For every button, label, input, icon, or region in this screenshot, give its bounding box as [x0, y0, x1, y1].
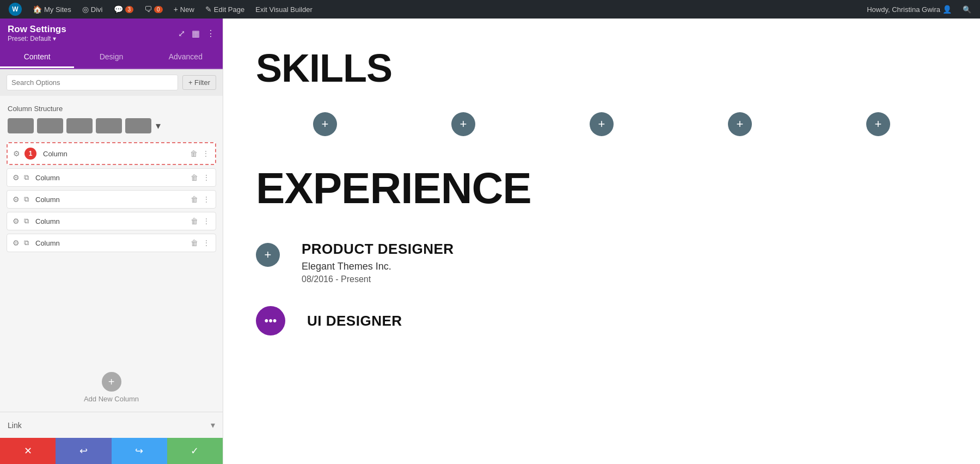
col-option-5[interactable] [125, 118, 151, 133]
link-section[interactable]: Link ▾ [0, 412, 223, 438]
col-more-icon-5[interactable]: ⋮ [203, 239, 210, 247]
col-gear-icon-5[interactable]: ⚙ [13, 239, 20, 247]
search-admin-icon: 🔍 [963, 5, 971, 14]
comment-icon: 🗨 [144, 5, 152, 14]
col-gear-icon-4[interactable]: ⚙ [13, 217, 20, 225]
wp-logo: W [9, 3, 22, 16]
bottom-buttons: ✕ ↩ ↪ ✓ [0, 438, 223, 464]
panel-title-area: Row Settings Preset: Default ▾ [8, 24, 66, 42]
edit-page-item[interactable]: ✎ Edit Page [201, 0, 249, 19]
add-module-btn-4[interactable]: + [728, 112, 752, 136]
purple-bubble[interactable]: ••• [256, 306, 285, 335]
panel-header: Row Settings Preset: Default ▾ ⤢ ▦ ⋮ [0, 19, 223, 47]
col-gear-icon-3[interactable]: ⚙ [13, 195, 20, 204]
comments-item[interactable]: 💬 3 [109, 0, 138, 19]
exp-job-title-2: UI DESIGNER [307, 313, 402, 329]
col-delete-icon-5[interactable]: 🗑 [191, 239, 198, 247]
add-module-btn-experience-1[interactable]: + [256, 243, 280, 267]
link-label: Link [8, 421, 22, 430]
tab-advanced[interactable]: Advanced [149, 47, 223, 68]
cancel-icon: ✕ [24, 445, 32, 457]
column-structure-label: Column Structure [8, 105, 215, 113]
col-more-icon-1[interactable]: ⋮ [202, 149, 210, 158]
col-copy-icon-5[interactable]: ⧉ [24, 239, 29, 247]
col-more-icon-3[interactable]: ⋮ [203, 195, 210, 204]
redo-button[interactable]: ↪ [112, 438, 167, 464]
panel-preset[interactable]: Preset: Default ▾ [8, 35, 66, 42]
add-module-btn-1[interactable]: + [313, 112, 337, 136]
col-option-4[interactable] [96, 118, 122, 133]
my-sites-label: My Sites [44, 5, 71, 14]
expand-icon[interactable]: ⤢ [178, 28, 185, 39]
col-delete-icon-3[interactable]: 🗑 [191, 195, 198, 204]
col-delete-icon-2[interactable]: 🗑 [191, 173, 198, 182]
col-gear-icon-2[interactable]: ⚙ [13, 173, 20, 182]
exp-date-1: 08/2016 - Present [302, 274, 947, 284]
col-option-2[interactable] [37, 118, 63, 133]
column-row-5: ⚙ ⧉ Column 🗑 ⋮ [7, 234, 216, 252]
left-panel: Row Settings Preset: Default ▾ ⤢ ▦ ⋮ Con… [0, 19, 223, 464]
comments-zero-item[interactable]: 🗨 0 [140, 0, 167, 19]
exit-builder-label: Exit Visual Builder [255, 5, 313, 14]
new-label: New [180, 5, 194, 14]
house-icon: 🏠 [33, 5, 42, 14]
col-more-icon-2[interactable]: ⋮ [203, 173, 210, 182]
columns-icon[interactable]: ▦ [192, 28, 200, 39]
filter-button[interactable]: + Filter [182, 75, 216, 90]
col-more-icon[interactable]: ▾ [156, 120, 161, 132]
col-actions-4: 🗑 ⋮ [191, 217, 210, 225]
user-avatar-icon: 👤 [942, 5, 952, 14]
col-option-1[interactable] [8, 118, 34, 133]
redo-icon: ↪ [135, 445, 143, 457]
col-more-icon-4[interactable]: ⋮ [203, 217, 210, 225]
more-options-icon[interactable]: ⋮ [206, 28, 215, 39]
col-option-3[interactable] [66, 118, 93, 133]
save-button[interactable]: ✓ [167, 438, 223, 464]
search-bar: + Filter [0, 69, 223, 96]
cancel-button[interactable]: ✕ [0, 438, 56, 464]
col-label-5: Column [35, 239, 186, 247]
column-list: ⚙ 1 Column 🗑 ⋮ ⚙ ⧉ Column 🗑 ⋮ [0, 142, 223, 363]
col-label-1: Column [43, 150, 186, 158]
user-greeting-item[interactable]: Howdy, Christina Gwira 👤 [862, 5, 956, 14]
col-copy-icon-3[interactable]: ⧉ [24, 195, 29, 204]
add-module-btn-2[interactable]: + [451, 112, 475, 136]
search-admin-item[interactable]: 🔍 [958, 5, 976, 14]
comments-count: 3 [125, 6, 134, 13]
search-input[interactable] [11, 75, 173, 90]
add-module-btn-5[interactable]: + [866, 112, 890, 136]
experience-section-1: + PRODUCT DESIGNER Elegant Themes Inc. 0… [256, 241, 947, 284]
exp-info-1: PRODUCT DESIGNER Elegant Themes Inc. 08/… [302, 241, 947, 284]
undo-button[interactable]: ↩ [56, 438, 111, 464]
col-actions-3: 🗑 ⋮ [191, 195, 210, 204]
add-module-btn-3[interactable]: + [590, 112, 614, 136]
wp-logo-item[interactable]: W [4, 0, 26, 19]
column-structure-section: Column Structure ▾ [0, 96, 223, 142]
col-delete-icon-4[interactable]: 🗑 [191, 217, 198, 225]
col-delete-icon-1[interactable]: 🗑 [190, 149, 198, 158]
divi-label: Divi [91, 5, 103, 14]
add-column-area: + Add New Column [0, 363, 223, 412]
user-greeting: Howdy, Christina Gwira [867, 5, 940, 14]
divi-item[interactable]: ◎ Divi [78, 0, 107, 19]
col-label-2: Column [35, 174, 186, 182]
exit-builder-item[interactable]: Exit Visual Builder [251, 0, 317, 19]
my-sites-item[interactable]: 🏠 My Sites [28, 0, 76, 19]
new-item[interactable]: + New [169, 0, 199, 19]
col-gear-icon-1[interactable]: ⚙ [13, 149, 20, 158]
comments-badge: 0 [154, 6, 163, 13]
add-column-label: Add New Column [84, 395, 139, 403]
add-column-button[interactable]: + [102, 372, 121, 392]
tab-content[interactable]: Content [0, 47, 74, 68]
col-actions-5: 🗑 ⋮ [191, 239, 210, 247]
link-chevron-icon: ▾ [211, 420, 215, 430]
col-label-3: Column [35, 196, 186, 204]
tab-design[interactable]: Design [74, 47, 148, 68]
col-copy-icon-4[interactable]: ⧉ [24, 217, 29, 225]
panel-header-icons: ⤢ ▦ ⋮ [178, 28, 215, 39]
panel-tabs: Content Design Advanced [0, 47, 223, 69]
col-copy-icon-2[interactable]: ⧉ [24, 173, 29, 182]
main-layout: Row Settings Preset: Default ▾ ⤢ ▦ ⋮ Con… [0, 19, 980, 464]
column-row-2: ⚙ ⧉ Column 🗑 ⋮ [7, 168, 216, 187]
column-options: ▾ [8, 118, 215, 133]
